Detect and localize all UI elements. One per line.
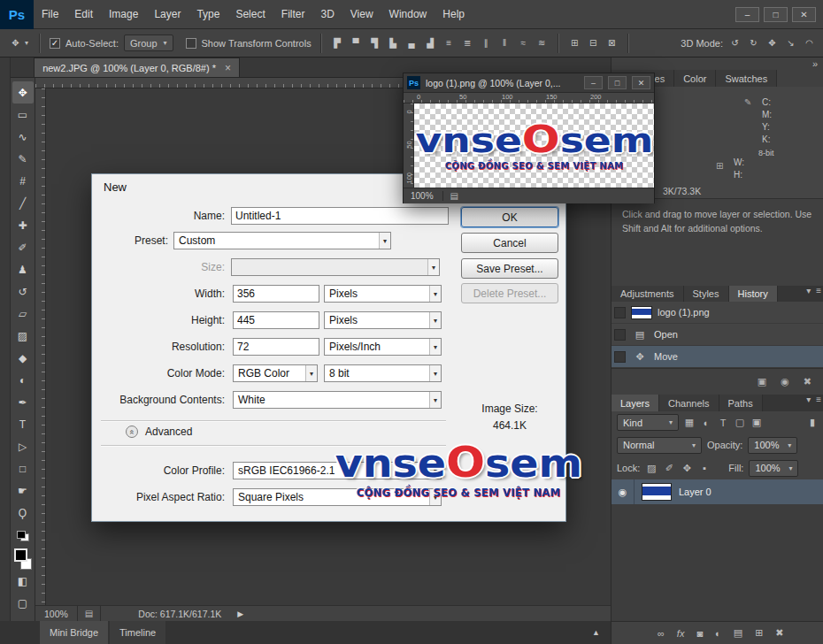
dodge-tool[interactable]: ◐ xyxy=(12,369,34,391)
history-brush-tool[interactable]: ↺ xyxy=(12,280,34,303)
path-selection-tool[interactable]: ▷ xyxy=(12,435,34,457)
opacity-select[interactable]: 100% ▾ xyxy=(748,437,797,454)
maximize-button[interactable]: □ xyxy=(764,7,788,22)
advanced-section-toggle[interactable]: « Advanced xyxy=(126,426,192,438)
align-vertical-centers-icon[interactable]: ▀ xyxy=(350,38,363,48)
color-profile-select[interactable]: sRGB IEC61966-2.1 ▾ xyxy=(233,462,442,479)
default-colors-icon[interactable] xyxy=(17,531,29,541)
tab-adjustments[interactable]: Adjustments xyxy=(611,286,684,302)
collapse-panels-icon[interactable]: » xyxy=(812,58,818,69)
lock-transparent-pixels-icon[interactable]: ▨ xyxy=(645,463,658,474)
eraser-tool[interactable]: ▱ xyxy=(12,303,34,325)
blur-tool[interactable]: ◆ xyxy=(12,347,34,369)
menu-type[interactable]: Type xyxy=(188,0,227,29)
close-button[interactable]: ✕ xyxy=(632,76,650,89)
layer-mask-icon[interactable]: ◙ xyxy=(696,628,703,639)
delete-layer-icon[interactable]: ✖ xyxy=(775,627,783,639)
auto-align-layers-icon[interactable]: ⊠ xyxy=(605,38,619,48)
history-state-move[interactable]: ✥ Move xyxy=(611,346,823,368)
filter-shape-layers-icon[interactable]: ▢ xyxy=(734,417,746,428)
panel-menu-arrow-icon[interactable]: ▾ xyxy=(804,395,813,411)
auto-select-checkbox[interactable]: ✓ xyxy=(50,38,60,49)
panel-menu-icon[interactable]: ≡ xyxy=(813,395,823,411)
3d-drag-icon[interactable]: ✥ xyxy=(765,38,779,48)
align-horizontal-centers-icon[interactable]: ▄ xyxy=(405,38,419,48)
status-document-icon[interactable]: ▤ xyxy=(78,606,101,621)
color-mode-select[interactable]: RGB Color ▾ xyxy=(233,364,318,382)
ok-button[interactable]: OK xyxy=(461,207,558,227)
crop-tool[interactable]: # xyxy=(12,170,34,192)
panel-menu-arrow-icon[interactable]: ▾ xyxy=(804,286,813,302)
zoom-level-field[interactable]: 100% xyxy=(35,606,78,621)
floating-window-title-bar[interactable]: Ps logo (1).png @ 100% (Layer 0,... – □ … xyxy=(404,73,654,93)
layer-thumbnail[interactable] xyxy=(642,483,672,501)
expand-panel-icon[interactable]: ▲ xyxy=(592,628,600,637)
history-brush-source-toggle[interactable] xyxy=(614,307,626,318)
status-document-icon[interactable]: ▤ xyxy=(442,191,458,201)
filter-type-layers-icon[interactable]: T xyxy=(717,418,729,428)
history-brush-source-toggle[interactable] xyxy=(614,351,626,363)
menu-window[interactable]: Window xyxy=(381,0,435,29)
tab-channels[interactable]: Channels xyxy=(659,395,719,411)
fill-select[interactable]: 100% ▾ xyxy=(749,460,798,477)
layer-visibility-eye-icon[interactable]: ◉ xyxy=(611,479,635,504)
bit-depth-select[interactable]: 8 bit ▾ xyxy=(324,364,442,382)
pen-tool[interactable]: ✒ xyxy=(12,391,34,413)
document-tab[interactable]: new2.JPG @ 100% (Layer 0, RGB/8#) * × xyxy=(34,58,240,77)
eyedropper-tool[interactable]: ╱ xyxy=(12,192,34,214)
close-button[interactable]: ✕ xyxy=(792,7,816,22)
distribute-left-edges-icon[interactable]: ‖ xyxy=(498,38,511,48)
save-preset-button[interactable]: Save Preset... xyxy=(461,258,558,279)
menu-edit[interactable]: Edit xyxy=(66,0,101,29)
rectangle-tool[interactable]: □ xyxy=(12,457,34,479)
distribute-horizontal-centers-icon[interactable]: ≈ xyxy=(517,38,530,48)
width-input[interactable] xyxy=(233,285,319,303)
menu-layer[interactable]: Layer xyxy=(146,0,188,29)
tool-preset-picker[interactable]: ✥ ▾ xyxy=(7,38,30,48)
adjustment-layer-icon[interactable]: ◐ xyxy=(715,628,721,639)
layer-filter-toggle-icon[interactable]: ▮ xyxy=(806,417,819,428)
lock-image-pixels-icon[interactable]: ✐ xyxy=(663,463,675,474)
tab-timeline[interactable]: Timeline xyxy=(110,621,165,644)
distribute-bottom-edges-icon[interactable]: ∥ xyxy=(480,38,493,48)
history-state-open[interactable]: ▤ Open xyxy=(611,324,823,346)
tab-color[interactable]: Color xyxy=(674,70,716,87)
floating-document-window[interactable]: Ps logo (1).png @ 100% (Layer 0,... – □ … xyxy=(403,73,655,203)
menu-3d[interactable]: 3D xyxy=(312,0,342,29)
quick-selection-tool[interactable]: ✎ xyxy=(12,148,34,170)
hand-tool[interactable]: ☛ xyxy=(12,479,34,502)
3d-roll-icon[interactable]: ↻ xyxy=(747,38,760,48)
layer-row[interactable]: ◉ Layer 0 xyxy=(611,479,823,504)
link-layers-icon[interactable]: ∞ xyxy=(658,628,665,639)
preset-select[interactable]: Custom ▾ xyxy=(173,232,391,249)
close-icon[interactable]: × xyxy=(225,62,231,74)
history-brush-source-toggle[interactable] xyxy=(614,329,626,341)
3d-scale-icon[interactable]: ◠ xyxy=(803,38,816,48)
3d-rotate-icon[interactable]: ↺ xyxy=(728,38,742,48)
width-unit-select[interactable]: Pixels ▾ xyxy=(324,285,442,303)
blend-mode-select[interactable]: Normal ▾ xyxy=(617,437,702,454)
filter-adjustment-layers-icon[interactable]: ◐ xyxy=(700,418,712,428)
3d-slide-icon[interactable]: ↘ xyxy=(784,38,797,48)
distribute-right-edges-icon[interactable]: ≋ xyxy=(535,38,549,48)
align-top-edges-icon[interactable]: ▛ xyxy=(331,38,344,48)
rectangular-marquee-tool[interactable]: ▭ xyxy=(12,104,34,126)
menu-filter[interactable]: Filter xyxy=(273,0,313,29)
menu-select[interactable]: Select xyxy=(227,0,273,29)
tab-swatches[interactable]: Swatches xyxy=(716,70,777,87)
zoom-level[interactable]: 100% xyxy=(411,191,434,201)
foreground-background-colors[interactable] xyxy=(14,548,32,570)
menu-help[interactable]: Help xyxy=(435,0,473,29)
height-input[interactable] xyxy=(233,311,319,329)
layer-name[interactable]: Layer 0 xyxy=(679,487,711,497)
filter-smart-objects-icon[interactable]: ▣ xyxy=(750,417,763,428)
clone-stamp-tool[interactable]: ♟ xyxy=(12,258,34,280)
lock-all-icon[interactable]: ▪ xyxy=(698,463,711,473)
distribute-spacing-vertical-icon[interactable]: ⊟ xyxy=(587,38,600,48)
new-document-from-state-icon[interactable]: ▣ xyxy=(758,376,766,387)
align-bottom-edges-icon[interactable]: ▜ xyxy=(368,38,381,48)
resolution-unit-select[interactable]: Pixels/Inch ▾ xyxy=(324,338,442,356)
move-tool[interactable]: ✥ xyxy=(12,81,34,104)
foreground-color-swatch[interactable] xyxy=(14,548,27,562)
cancel-button[interactable]: Cancel xyxy=(461,233,558,253)
